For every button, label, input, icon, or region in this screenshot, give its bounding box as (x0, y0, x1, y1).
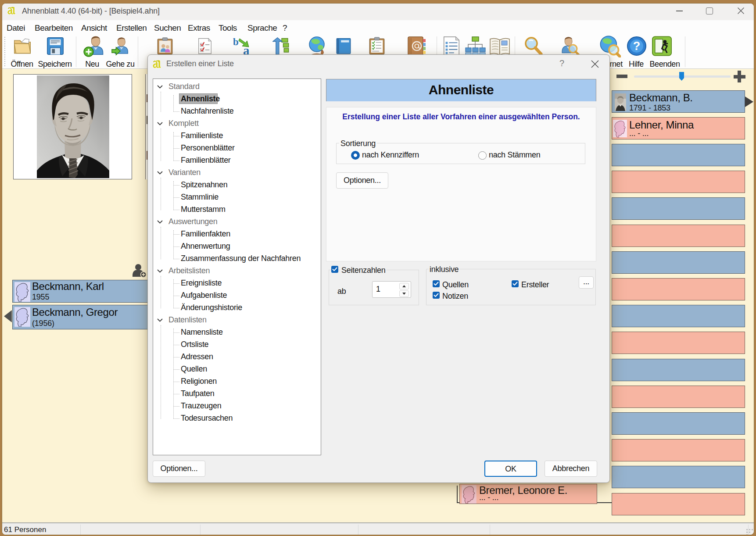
svg-text:b: b (233, 36, 239, 47)
svg-text:?: ? (633, 39, 641, 53)
